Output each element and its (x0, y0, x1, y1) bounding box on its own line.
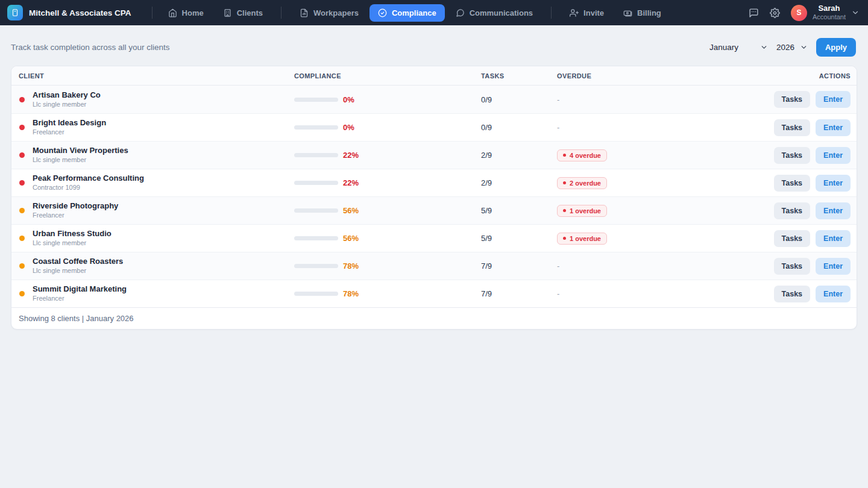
client-name: Bright Ideas Design (33, 118, 106, 128)
status-dot-icon (19, 291, 25, 296)
status-dot-icon (19, 263, 25, 269)
compliance-percent: 78% (343, 289, 359, 298)
nav-item-clients[interactable]: Clients (215, 4, 271, 22)
overdue-empty: - (557, 95, 559, 104)
client-type: Freelancer (33, 128, 106, 137)
compliance-cell: 0% (294, 95, 481, 104)
check-circle-icon (378, 8, 387, 17)
overdue-badge: 2 overdue (557, 177, 607, 189)
compliance-percent: 78% (343, 261, 359, 271)
compliance-percent: 0% (343, 123, 354, 132)
client-cell: Mountain View Properties Llc single memb… (11, 146, 294, 164)
enter-button[interactable]: Enter (816, 258, 851, 275)
column-header-tasks: Tasks (481, 72, 557, 80)
top-navbar: Mitchell & Associates CPA Home Clients W… (0, 0, 868, 25)
actions-cell: Tasks Enter (774, 202, 857, 219)
table-row: Summit Digital Marketing Freelancer 78% … (11, 280, 857, 307)
enter-button[interactable]: Enter (816, 175, 851, 192)
compliance-percent: 56% (343, 234, 359, 243)
client-type: Llc single member (33, 156, 128, 164)
actions-cell: Tasks Enter (774, 91, 857, 108)
enter-button[interactable]: Enter (816, 119, 851, 136)
overdue-dot-icon (563, 237, 566, 240)
overdue-cell: - (557, 261, 774, 271)
messages-icon[interactable] (749, 8, 759, 18)
tasks-button[interactable]: Tasks (774, 175, 811, 192)
table-row: Urban Fitness Studio Llc single member 5… (11, 224, 857, 252)
overdue-label: 4 overdue (570, 152, 601, 159)
tasks-count: 0/9 (481, 123, 557, 132)
client-cell: Riverside Photography Freelancer (11, 201, 294, 220)
tasks-button[interactable]: Tasks (774, 91, 811, 108)
tasks-button[interactable]: Tasks (774, 258, 811, 275)
status-dot-icon (19, 236, 25, 241)
nav-item-workpapers[interactable]: Workpapers (291, 4, 367, 22)
nav-item-home[interactable]: Home (160, 4, 212, 22)
period-filters: January 2026 Apply (709, 38, 856, 57)
client-cell: Urban Fitness Studio Llc single member (11, 229, 294, 248)
tasks-count: 2/9 (481, 151, 557, 160)
user-name: Sarah (818, 4, 840, 13)
tasks-count: 2/9 (481, 178, 557, 187)
nav-item-communications[interactable]: Communications (447, 4, 541, 22)
overdue-dot-icon (563, 181, 566, 184)
overdue-cell: - (557, 123, 774, 132)
user-menu[interactable]: S Sarah Accountant (791, 4, 860, 22)
client-name: Artisan Bakery Co (33, 90, 101, 100)
compliance-cell: 0% (294, 123, 481, 132)
overdue-label: 1 overdue (570, 207, 601, 214)
tasks-count: 5/9 (481, 234, 557, 243)
tasks-button[interactable]: Tasks (774, 147, 811, 164)
user-role: Accountant (813, 13, 846, 22)
navbar-right: S Sarah Accountant (749, 4, 860, 22)
nav-item-compliance[interactable]: Compliance (370, 4, 445, 22)
tasks-button[interactable]: Tasks (774, 230, 811, 247)
client-cell: Summit Digital Marketing Freelancer (11, 284, 294, 303)
actions-cell: Tasks Enter (774, 258, 857, 275)
actions-cell: Tasks Enter (774, 175, 857, 192)
enter-button[interactable]: Enter (816, 286, 851, 302)
document-icon (300, 8, 309, 17)
table-row: Artisan Bakery Co Llc single member 0% 0… (11, 86, 857, 113)
apply-button[interactable]: Apply (816, 38, 856, 57)
compliance-cell: 78% (294, 289, 481, 298)
tasks-count: 5/9 (481, 206, 557, 215)
client-name: Mountain View Properties (33, 146, 128, 155)
client-name: Coastal Coffee Roasters (33, 257, 123, 266)
table-row: Bright Ideas Design Freelancer 0% 0/9 - … (11, 113, 857, 141)
client-type: Contractor 1099 (33, 184, 144, 192)
nav-item-invite[interactable]: Invite (561, 4, 612, 22)
tasks-button[interactable]: Tasks (774, 119, 811, 136)
overdue-dot-icon (563, 209, 566, 212)
progress-bar (294, 125, 338, 130)
compliance-cell: 22% (294, 178, 481, 187)
enter-button[interactable]: Enter (816, 202, 851, 219)
enter-button[interactable]: Enter (816, 147, 851, 164)
chevron-down-icon (760, 43, 768, 51)
month-select[interactable]: January (709, 43, 756, 52)
tasks-button[interactable]: Tasks (774, 202, 811, 219)
progress-bar (294, 153, 338, 157)
tasks-button[interactable]: Tasks (774, 286, 811, 302)
enter-button[interactable]: Enter (816, 230, 851, 247)
status-dot-icon (19, 125, 25, 130)
year-select[interactable]: 2026 (776, 43, 796, 52)
table-header: Client Compliance Tasks Overdue Actions (11, 66, 857, 86)
page-toolbar: Track task completion across all your cl… (0, 25, 868, 66)
nav-item-billing[interactable]: Billing (615, 4, 670, 22)
nav-item-label: Billing (637, 8, 661, 17)
compliance-percent: 56% (343, 206, 359, 215)
compliance-table-card: Client Compliance Tasks Overdue Actions … (11, 66, 857, 330)
actions-cell: Tasks Enter (774, 286, 857, 302)
brand[interactable]: Mitchell & Associates CPA (7, 5, 131, 20)
progress-bar (294, 236, 338, 240)
chevron-down-icon (851, 8, 860, 17)
gear-icon[interactable] (770, 8, 780, 18)
client-name: Riverside Photography (33, 201, 118, 211)
client-type: Freelancer (33, 211, 118, 220)
enter-button[interactable]: Enter (816, 91, 851, 108)
column-header-overdue: Overdue (557, 72, 819, 80)
status-dot-icon (19, 208, 25, 213)
client-cell: Peak Performance Consulting Contractor 1… (11, 174, 294, 192)
overdue-badge: 1 overdue (557, 205, 607, 217)
